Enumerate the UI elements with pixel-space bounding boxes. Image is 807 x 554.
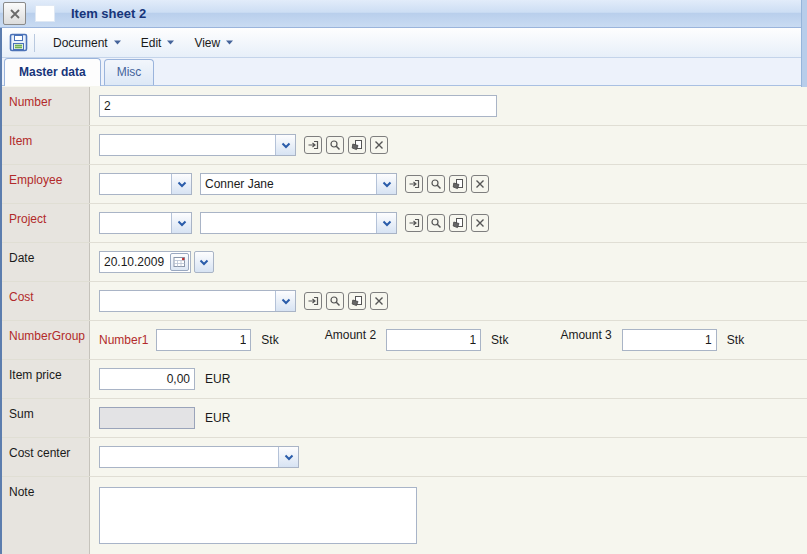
item-combobox[interactable] — [99, 134, 296, 156]
cost-dropdown-button[interactable] — [275, 291, 295, 311]
employee-name-dropdown-button[interactable] — [376, 174, 396, 194]
tab-misc-label: Misc — [117, 65, 142, 79]
employee-code-dropdown-button[interactable] — [171, 174, 191, 194]
amount3-label: Amount 3 — [560, 328, 611, 342]
sum-label: Sum — [9, 407, 34, 421]
goto-record-button[interactable] — [405, 175, 423, 193]
search-icon — [430, 217, 442, 229]
goto-record-button[interactable] — [304, 292, 322, 310]
tab-master-data[interactable]: Master data — [4, 58, 101, 86]
form-row-sum: Sum EUR — [0, 399, 807, 438]
menu-edit[interactable]: Edit — [133, 32, 183, 54]
page-title: Item sheet 2 — [71, 6, 146, 21]
item-price-input[interactable] — [99, 368, 195, 390]
project-actions — [405, 214, 489, 232]
number1-label: Number1 — [99, 333, 148, 347]
chevron-down-icon — [281, 142, 291, 149]
menu-document-label: Document — [53, 36, 108, 50]
clear-icon — [474, 217, 486, 229]
date-label: Date — [9, 251, 34, 265]
form-row-item: Item — [0, 126, 807, 165]
cost-combobox[interactable] — [99, 290, 296, 312]
search-button[interactable] — [427, 214, 445, 232]
tab-master-data-label: Master data — [19, 65, 86, 79]
save-button[interactable] — [6, 31, 30, 55]
copy-icon — [452, 217, 464, 229]
clear-button[interactable] — [471, 175, 489, 193]
menu-document[interactable]: Document — [45, 32, 129, 54]
cost-label: Cost — [9, 290, 34, 304]
number1-input[interactable] — [156, 329, 251, 351]
search-icon — [329, 139, 341, 151]
note-textarea[interactable] — [99, 487, 417, 544]
item-label: Item — [9, 134, 32, 148]
chevron-down-icon — [382, 220, 392, 227]
toolbar-separator — [34, 34, 35, 52]
goto-record-button[interactable] — [405, 214, 423, 232]
goto-record-icon — [307, 295, 319, 307]
cost-center-value — [100, 447, 278, 467]
clear-button[interactable] — [370, 292, 388, 310]
menu-view[interactable]: View — [186, 32, 241, 54]
project-label: Project — [9, 212, 46, 226]
search-icon — [329, 295, 341, 307]
project-name-value — [201, 213, 376, 233]
item-sheet-window: Item sheet 2 Document Edit View Mas — [0, 0, 807, 554]
cost-center-dropdown-button[interactable] — [278, 447, 298, 467]
project-code-dropdown-button[interactable] — [171, 213, 191, 233]
date-dropdown-button[interactable] — [194, 251, 214, 273]
toolbar: Document Edit View — [0, 28, 807, 58]
tab-misc[interactable]: Misc — [104, 59, 155, 85]
goto-record-icon — [307, 139, 319, 151]
sum-input — [99, 407, 195, 429]
copy-button[interactable] — [348, 292, 366, 310]
copy-button[interactable] — [348, 136, 366, 154]
goto-record-button[interactable] — [304, 136, 322, 154]
clear-button[interactable] — [370, 136, 388, 154]
project-name-combobox[interactable] — [200, 212, 397, 234]
item-combobox-value — [100, 135, 275, 155]
amount2-input[interactable] — [386, 329, 481, 351]
clear-icon — [474, 178, 486, 190]
master-data-form: Number Item — [0, 87, 807, 554]
employee-label: Employee — [9, 173, 62, 187]
search-icon — [430, 178, 442, 190]
calendar-button[interactable] — [170, 253, 189, 271]
form-row-cost-center: Cost center — [0, 438, 807, 477]
date-value: 20.10.2009 — [100, 255, 170, 269]
window-frame-left — [0, 28, 2, 554]
number-input[interactable] — [99, 95, 497, 117]
project-code-combobox[interactable] — [99, 212, 192, 234]
copy-button[interactable] — [449, 175, 467, 193]
employee-name-combobox[interactable]: Conner Jane — [200, 173, 397, 195]
copy-icon — [351, 139, 363, 151]
amount3-input[interactable] — [622, 329, 717, 351]
close-button[interactable] — [3, 2, 26, 25]
form-row-number: Number — [0, 87, 807, 126]
item-dropdown-button[interactable] — [275, 135, 295, 155]
item-price-unit: EUR — [205, 372, 230, 386]
date-picker[interactable]: 20.10.2009 — [99, 251, 191, 273]
note-label: Note — [9, 485, 34, 499]
project-code-value — [100, 213, 171, 233]
chevron-down-icon — [284, 454, 294, 461]
chevron-down-icon — [382, 181, 392, 188]
cost-center-combobox[interactable] — [99, 446, 299, 468]
tabstrip: Master data Misc — [0, 58, 807, 86]
item-actions — [304, 136, 388, 154]
copy-button[interactable] — [449, 214, 467, 232]
window-frame-right — [801, 0, 807, 87]
number1-unit: Stk — [261, 333, 278, 347]
search-button[interactable] — [326, 136, 344, 154]
search-button[interactable] — [326, 292, 344, 310]
employee-code-combobox[interactable] — [99, 173, 192, 195]
chevron-down-icon — [199, 259, 209, 266]
chevron-down-icon — [226, 40, 233, 45]
clear-icon — [373, 295, 385, 307]
project-name-dropdown-button[interactable] — [376, 213, 396, 233]
clear-button[interactable] — [471, 214, 489, 232]
titlebar: Item sheet 2 — [0, 0, 807, 28]
search-button[interactable] — [427, 175, 445, 193]
save-icon — [9, 33, 28, 52]
employee-code-value — [100, 174, 171, 194]
